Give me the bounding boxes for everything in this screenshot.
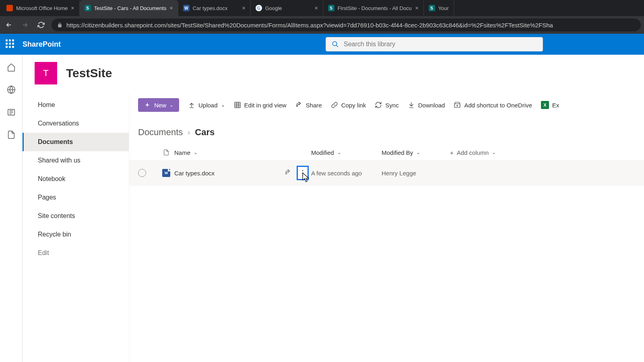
export-excel-button[interactable]: X Ex	[541, 101, 559, 109]
edit-grid-button[interactable]: Edit in grid view	[234, 101, 287, 109]
row-filename[interactable]: Car types.docx	[174, 170, 275, 177]
lock-icon	[57, 23, 62, 28]
download-icon	[408, 101, 415, 109]
word-favicon-icon: W	[183, 5, 190, 11]
column-name-label: Name	[174, 149, 190, 156]
column-name[interactable]: Name ⌄	[174, 149, 311, 156]
google-favicon-icon: G	[256, 5, 262, 11]
copy-link-button[interactable]: Copy link	[331, 101, 366, 109]
sync-icon	[375, 101, 382, 109]
column-modified-by-label: Modified By	[382, 149, 413, 156]
edit-grid-label: Edit in grid view	[244, 102, 287, 109]
suite-header: SharePoint	[0, 34, 644, 55]
browser-tab[interactable]: Microsoft Office Home ×	[2, 0, 80, 16]
chevron-down-icon: ⌄	[492, 150, 496, 155]
search-icon	[332, 41, 339, 48]
add-shortcut-button[interactable]: Add shortcut to OneDrive	[454, 101, 532, 109]
main-column: T TestSite Home Conversations Documents …	[23, 55, 644, 362]
browser-tab[interactable]: S TestSite - Cars - All Documents ×	[80, 0, 178, 16]
table-row[interactable]: W Car types.docx A few seconds ago Henry…	[129, 160, 644, 186]
radio-icon[interactable]	[138, 169, 146, 177]
share-button[interactable]: Share	[295, 101, 322, 109]
svg-rect-3	[235, 102, 240, 108]
download-label: Download	[418, 102, 445, 109]
news-icon[interactable]	[7, 108, 16, 117]
back-button[interactable]	[3, 19, 14, 31]
nav-home[interactable]: Home	[23, 96, 129, 114]
add-column-label: Add column	[457, 149, 489, 156]
column-type-icon[interactable]	[158, 149, 174, 156]
row-more-actions-icon[interactable]	[297, 166, 309, 180]
site-logo[interactable]: T	[35, 62, 57, 84]
column-modified-label: Modified	[311, 149, 334, 156]
home-icon[interactable]	[7, 63, 16, 72]
files-icon[interactable]	[7, 130, 16, 139]
list-header: Name ⌄ Modified ⌄ Modified By ⌄ + Add co…	[129, 145, 644, 160]
reload-button[interactable]	[35, 19, 47, 31]
left-nav: Home Conversations Documents Shared with…	[23, 94, 129, 362]
column-modified-by[interactable]: Modified By ⌄	[382, 149, 450, 156]
shortcut-icon	[454, 101, 461, 109]
row-file-icon: W	[158, 169, 174, 177]
download-button[interactable]: Download	[408, 101, 445, 109]
app-launcher-icon[interactable]	[6, 39, 15, 49]
url-text: https://citizenbuilders.sharepoint.com/s…	[66, 22, 553, 29]
globe-icon[interactable]	[7, 85, 16, 94]
breadcrumb-leaf: Cars	[195, 127, 215, 138]
content-area: T TestSite Home Conversations Documents …	[0, 55, 644, 362]
app-rail	[0, 55, 23, 362]
close-icon[interactable]: ×	[242, 5, 245, 11]
column-modified[interactable]: Modified ⌄	[311, 149, 382, 156]
nav-conversations[interactable]: Conversations	[23, 114, 129, 133]
sharepoint-favicon-icon: S	[429, 5, 435, 11]
browser-tab[interactable]: S FirstSite - Documents - All Docu ×	[323, 0, 424, 16]
browser-tab[interactable]: G Google ×	[251, 0, 323, 16]
plus-icon: +	[450, 149, 454, 156]
document-pane: + New ⌄ Upload ⌄	[129, 94, 644, 362]
nav-site-contents[interactable]: Site contents	[23, 207, 129, 225]
row-modified-by[interactable]: Henry Legge	[382, 170, 450, 177]
close-icon[interactable]: ×	[71, 5, 74, 11]
forward-button[interactable]	[19, 19, 31, 31]
new-label: New	[154, 102, 166, 109]
nav-shared-with-us[interactable]: Shared with us	[23, 151, 129, 170]
row-share-icon[interactable]	[285, 169, 293, 177]
svg-point-6	[302, 175, 303, 176]
upload-icon	[188, 101, 195, 109]
product-name[interactable]: SharePoint	[23, 40, 61, 49]
svg-point-0	[332, 41, 337, 46]
chevron-right-icon: ›	[188, 128, 190, 137]
svg-point-4	[302, 170, 303, 171]
tab-title: Microsoft Office Home	[16, 5, 68, 11]
new-button[interactable]: + New ⌄	[138, 98, 179, 112]
sync-label: Sync	[385, 102, 398, 109]
nav-pages[interactable]: Pages	[23, 188, 129, 207]
browser-chrome: Microsoft Office Home × S TestSite - Car…	[0, 0, 644, 34]
browser-tab[interactable]: S Your	[424, 0, 454, 16]
breadcrumb-root[interactable]: Documents	[138, 127, 183, 138]
chevron-down-icon: ⌄	[221, 102, 225, 108]
browser-tab[interactable]: W Car types.docx ×	[178, 0, 251, 16]
site-title[interactable]: TestSite	[66, 66, 112, 80]
nav-recycle-bin[interactable]: Recycle bin	[23, 225, 129, 244]
upload-button[interactable]: Upload ⌄	[188, 101, 225, 109]
add-column-button[interactable]: + Add column ⌄	[450, 149, 496, 156]
copy-link-label: Copy link	[341, 102, 366, 109]
close-icon[interactable]: ×	[415, 5, 418, 11]
row-select[interactable]	[138, 169, 158, 177]
tab-strip: Microsoft Office Home × S TestSite - Car…	[0, 0, 644, 16]
search-box[interactable]	[326, 37, 543, 51]
search-input[interactable]	[344, 41, 537, 48]
share-label: Share	[306, 102, 322, 109]
sync-button[interactable]: Sync	[375, 101, 398, 109]
url-field[interactable]: https://citizenbuilders.sharepoint.com/s…	[52, 19, 641, 31]
close-icon[interactable]: ×	[169, 5, 173, 11]
grid-icon	[234, 101, 241, 109]
nav-notebook[interactable]: Notebook	[23, 170, 129, 188]
close-icon[interactable]: ×	[314, 5, 318, 11]
excel-icon: X	[541, 101, 549, 109]
shortcut-label: Add shortcut to OneDrive	[464, 102, 532, 109]
tab-title: TestSite - Cars - All Documents	[94, 5, 167, 11]
nav-edit[interactable]: Edit	[23, 244, 129, 262]
nav-documents[interactable]: Documents	[23, 133, 129, 151]
